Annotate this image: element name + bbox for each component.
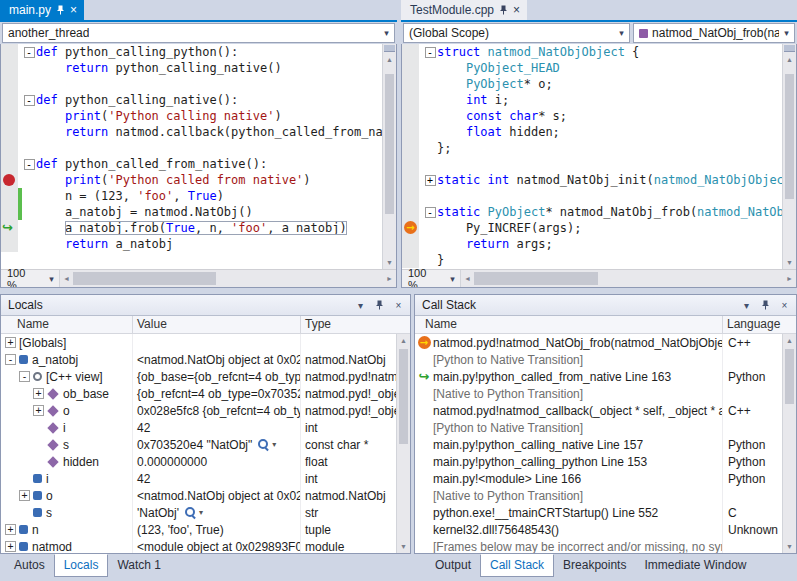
margin-gutter[interactable] (402, 44, 419, 60)
window-menu-icon[interactable]: ▾ (352, 297, 369, 313)
locals-row[interactable]: +natmod<module object at 0x029893F0>modu… (1, 538, 396, 553)
code-line[interactable]: } (402, 252, 796, 268)
expand-icon[interactable]: + (33, 388, 44, 399)
bottom-tab-locals[interactable]: Locals (54, 554, 109, 577)
code-line[interactable]: return a_natobj (1, 236, 396, 252)
scope-dropdown[interactable]: (Global Scope) ▾ (403, 23, 630, 43)
pin-icon[interactable] (499, 5, 508, 15)
scroll-up-icon[interactable]: ▲ (397, 334, 410, 347)
margin-gutter[interactable] (1, 188, 18, 204)
bottom-tab-watch-1[interactable]: Watch 1 (108, 555, 170, 576)
vertical-scrollbar[interactable]: ▲ ▼ (382, 44, 396, 269)
margin-gutter[interactable] (1, 108, 18, 124)
split-handle-icon[interactable] (384, 45, 395, 52)
scroll-up-icon[interactable]: ▲ (783, 334, 796, 347)
code-line[interactable]: return natmod.callback(python_called_fro… (1, 124, 396, 140)
magnifier-icon[interactable] (184, 506, 197, 519)
collapse-icon[interactable]: - (24, 159, 35, 170)
margin-gutter[interactable]: → (402, 220, 419, 236)
code-line[interactable]: return args; (402, 236, 796, 252)
scroll-left-icon[interactable]: ◄ (60, 275, 73, 282)
close-icon[interactable]: × (390, 297, 407, 313)
margin-gutter[interactable] (402, 92, 419, 108)
scroll-down-icon[interactable]: ▼ (783, 256, 796, 269)
scroll-down-icon[interactable]: ▼ (383, 256, 396, 269)
bottom-tab-autos[interactable]: Autos (5, 555, 54, 576)
margin-gutter[interactable] (1, 172, 18, 188)
navigation-dropdown[interactable]: another_thread ▾ (2, 23, 395, 43)
margin-gutter[interactable] (1, 140, 18, 156)
margin-gutter[interactable] (1, 156, 18, 172)
locals-row[interactable]: i42int (1, 419, 396, 436)
code-line[interactable]: print('Python called from native') (1, 172, 396, 188)
code-line[interactable] (402, 188, 796, 204)
margin-gutter[interactable] (1, 204, 18, 220)
collapse-icon[interactable]: - (24, 47, 35, 58)
margin-gutter[interactable] (402, 252, 419, 268)
margin-gutter[interactable] (402, 188, 419, 204)
column-header-value[interactable]: Value (133, 316, 301, 333)
expand-icon[interactable]: + (5, 337, 16, 348)
call-stack-row[interactable]: main.py!<module> Line 166Python (415, 470, 782, 487)
call-stack-row[interactable]: main.py!python_calling_python Line 153Py… (415, 453, 782, 470)
call-stack-row[interactable]: [Python to Native Transition] (415, 351, 782, 368)
margin-gutter[interactable] (1, 76, 18, 92)
locals-title-bar[interactable]: Locals ▾ × (1, 295, 410, 316)
locals-row[interactable]: +o0x028e5fc8 {ob_refcnt=4 ob_type=0x7035… (1, 402, 396, 419)
call-stack-row[interactable]: natmod.pyd!natmod_callback(_object * sel… (415, 402, 782, 419)
code-line[interactable]: int i; (402, 92, 796, 108)
pin-icon[interactable] (371, 297, 388, 313)
vertical-scrollbar[interactable]: ▲ ▼ (396, 334, 410, 553)
locals-row[interactable]: +o<natmod.NatObj object at 0x028E5FC8>na… (1, 487, 396, 504)
scrollbar-thumb[interactable] (385, 74, 394, 214)
margin-gutter[interactable] (402, 236, 419, 252)
expand-icon[interactable]: + (5, 541, 16, 552)
zoom-dropdown[interactable]: 100 % ▾ (402, 267, 460, 289)
locals-row[interactable]: i42int (1, 470, 396, 487)
chevron-down-icon[interactable]: ▾ (379, 28, 394, 38)
call-stack-row[interactable]: kernel32.dll!75648543()Unknown (415, 521, 782, 538)
margin-gutter[interactable] (402, 76, 419, 92)
breakpoint-icon[interactable] (3, 174, 15, 186)
close-icon[interactable]: × (70, 5, 77, 15)
scroll-up-icon[interactable]: ▲ (783, 53, 796, 66)
collapse-icon[interactable]: - (5, 354, 16, 365)
code-line[interactable]: -def python_calling_native(): (1, 92, 396, 108)
collapse-icon[interactable]: - (425, 47, 436, 58)
member-dropdown[interactable]: natmod_NatObj_frob(natmod_ ▾ (633, 23, 795, 43)
window-menu-icon[interactable]: ▾ (738, 297, 755, 313)
split-handle-icon[interactable] (784, 45, 795, 52)
code-line[interactable]: print('Python calling native') (1, 108, 396, 124)
bottom-tab-output[interactable]: Output (426, 555, 480, 576)
call-stack-row[interactable]: [Python to Native Transition] (415, 419, 782, 436)
margin-gutter[interactable] (1, 236, 18, 252)
vertical-scrollbar[interactable]: ▲ ▼ (782, 44, 796, 269)
expand-icon[interactable]: + (5, 524, 16, 535)
margin-gutter[interactable] (402, 172, 419, 188)
pin-icon[interactable] (757, 297, 774, 313)
scroll-left-icon[interactable]: ◄ (461, 275, 474, 282)
call-stack-row[interactable]: main.py!python_calling_native Line 157Py… (415, 436, 782, 453)
code-line[interactable]: -static PyObject* natmod_NatObj_frob(nat… (402, 204, 796, 220)
margin-gutter[interactable]: ↪ (1, 220, 18, 236)
column-header-type[interactable]: Type (301, 316, 410, 333)
margin-gutter[interactable] (1, 124, 18, 140)
chevron-down-icon[interactable]: ▾ (614, 28, 629, 38)
code-line[interactable]: a_natobj = natmod.NatObj() (1, 204, 396, 220)
tab-main-py[interactable]: main.py × (0, 0, 84, 20)
code-line[interactable]: const char* s; (402, 108, 796, 124)
margin-gutter[interactable] (1, 92, 18, 108)
scrollbar-thumb[interactable] (399, 349, 408, 444)
locals-row[interactable]: +n(123, 'foo', True)tuple (1, 521, 396, 538)
close-icon[interactable]: × (776, 297, 793, 313)
scrollbar-track[interactable] (73, 270, 383, 287)
code-line[interactable]: }; (402, 140, 796, 156)
code-line[interactable]: → Py_INCREF(args); (402, 220, 796, 236)
scrollbar-thumb[interactable] (474, 272, 598, 285)
code-line[interactable]: PyObject_HEAD (402, 60, 796, 76)
code-line[interactable]: return python_calling_native() (1, 60, 396, 76)
collapse-icon[interactable]: - (19, 371, 30, 382)
vertical-scrollbar[interactable]: ▲ ▼ (782, 334, 796, 553)
scrollbar-thumb[interactable] (785, 74, 794, 199)
locals-row[interactable]: hidden0.000000000float (1, 453, 396, 470)
